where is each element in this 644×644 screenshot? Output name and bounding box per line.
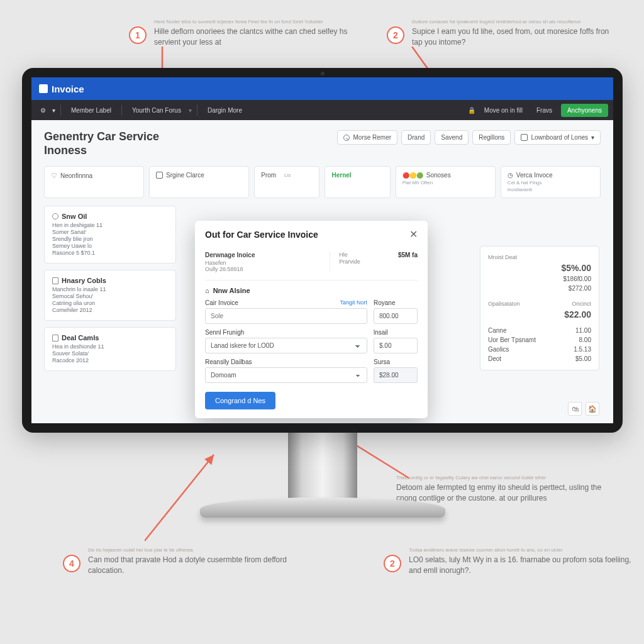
callout-4-text: Can mod that pravate Hod a dotyle cuserm…	[88, 555, 289, 577]
summary-row: Gaolics1.5.13	[488, 345, 591, 354]
page-header: Genentry Car Service Inoness Morse Remer…	[44, 130, 601, 157]
clock-icon: ◷	[508, 172, 513, 179]
grid-icon	[521, 134, 528, 141]
settings-icon[interactable]: ⚙	[36, 104, 50, 116]
amount2-label: lnsail	[374, 329, 418, 336]
monitor-stand-neck	[288, 430, 357, 505]
menu-item-3[interactable]: Dargin More	[203, 104, 247, 116]
summary-row: Canne11.00	[488, 326, 591, 335]
chevron-down-icon: ▾	[52, 107, 55, 114]
summary-row: Uor Ber Tpsnamt8.00	[488, 335, 591, 345]
multi-dot-icon: 🔴🟡🟢	[402, 172, 423, 179]
menu-right-text[interactable]: Fravs	[531, 104, 557, 116]
tab-6[interactable]: ◷Verca InvoceCel & hat FingsInostiaranti	[501, 166, 601, 198]
briefcase-icon	[39, 84, 48, 93]
footer-icons: 🛍 🏠	[568, 402, 599, 416]
content-area: Genentry Car Service Inoness Morse Remer…	[31, 120, 613, 423]
box-icon	[156, 172, 163, 179]
callout-2-sub: Dollure conacee he iynakcent lrugind nnd…	[412, 19, 613, 25]
monitor-stand-base	[200, 497, 445, 518]
home-icon: ⌂	[205, 287, 209, 294]
app-brand[interactable]: Invoice	[39, 84, 84, 94]
action-btn-1[interactable]: Drand	[401, 130, 431, 145]
modal-top-l2: Hasefen	[205, 260, 317, 266]
sennl-select[interactable]: Lanad iskere for LO0D	[205, 338, 367, 353]
doc-icon	[52, 277, 58, 284]
tab-2[interactable]: Srgine Clarce	[149, 166, 249, 198]
modal-top-l3: Oully 26:58918	[205, 266, 317, 272]
close-icon[interactable]: ✕	[409, 228, 418, 240]
search-icon	[343, 135, 350, 141]
callout-1-text: Hille deflorn onoriees the clantcs withe…	[154, 26, 355, 48]
info-card-2[interactable]: Deal CamlsHea in deshionde 11Souver Sola…	[44, 327, 176, 371]
amount2-input[interactable]	[374, 338, 418, 353]
app-topbar: Invoice	[31, 77, 613, 100]
callout-1-sub: Here Noder éfos to soveerit icijenex fer…	[154, 19, 355, 25]
action-btn-3[interactable]: Regillons	[472, 130, 511, 145]
menu-right-link[interactable]: Move on in fill	[479, 104, 528, 116]
invoice-modal: Out for Car Service Invoice ✕ Derwnage I…	[195, 221, 428, 418]
main-panel: Genentry Car Service Inoness Morse Remer…	[31, 120, 613, 423]
callout-number-1: 1	[129, 26, 147, 44]
callout-3a: 2 Todsa andliners arave issewe coomer at…	[384, 547, 635, 577]
info-card-1[interactable]: Hnasry CoblsManchrin lo inaale 11Semocal…	[44, 270, 176, 321]
amount1-input[interactable]	[374, 308, 418, 324]
footer-home-icon[interactable]: 🏠	[586, 402, 599, 416]
monitor-bezel: Invoice ⚙ ▾ Member Label Yourth Can Foru…	[22, 68, 623, 433]
field1-label: Cair InvoiceTangit Nort	[205, 299, 367, 306]
page-title-line2: Inoness	[44, 144, 159, 158]
action-btn-2[interactable]: Savend	[435, 130, 469, 145]
cta-button[interactable]: Anchyonens	[561, 104, 608, 117]
page-title-line1: Genentry Car Service	[44, 130, 159, 144]
modal-title: Out for Car Service Invoice	[205, 230, 318, 240]
callout-4-sub: De ris hejasren colall hel boe plar le t…	[88, 547, 289, 553]
menu-item-2[interactable]: Yourth Can Forus	[127, 104, 186, 116]
summary-row: Deot$5.00	[488, 354, 591, 364]
search-input[interactable]: Morse Remer	[337, 130, 397, 145]
amount1-label: Royane	[374, 299, 418, 306]
modal-top-l1: Derwnage Inoice	[205, 252, 317, 258]
lock-icon: 🔒	[468, 107, 475, 114]
page-actions: Morse Remer Drand Savend Regillons Lownb…	[337, 130, 601, 145]
footer-cart-icon[interactable]: 🛍	[568, 402, 582, 416]
field2-label: Sennl Frunigh	[205, 329, 367, 336]
callout-3a-text: LO0 selats, luly Mt Wy in a is 16. fnarn…	[409, 555, 635, 577]
modal-header: Out for Car Service Invoice ✕	[195, 221, 428, 245]
tab-5[interactable]: 🔴🟡🟢SonosesPial Mh Often	[396, 166, 496, 198]
tab-1[interactable]: ♡Neonfinnna	[44, 166, 144, 198]
monitor-frame: Invoice ⚙ ▾ Member Label Yourth Can Foru…	[22, 68, 623, 543]
bullet-icon	[52, 213, 58, 219]
menu-item-1[interactable]: Member Label	[66, 104, 116, 116]
callout-1: 1 Here Noder éfos to soveerit icijenex f…	[129, 19, 355, 48]
tab-strip: ♡Neonfinnna Srgine Clarce Prom Lis Herne…	[44, 166, 601, 198]
callout-2: 2 Dollure conacee he iynakcent lrugind n…	[387, 19, 613, 48]
chevron-down-icon: ▾	[591, 134, 594, 141]
callout-number-3a: 2	[384, 555, 401, 572]
amount3-label: Sursa	[374, 358, 418, 365]
summary-panel: Mroist Deat $5%.00 $186f0.00 $272.00 Opa…	[480, 246, 599, 370]
reanslly-select[interactable]: Domoam	[205, 367, 367, 383]
cair-invoice-input[interactable]	[205, 308, 367, 324]
heart-icon: ♡	[51, 172, 57, 180]
callout-number-2: 2	[387, 26, 404, 44]
camera-icon	[321, 72, 325, 75]
amount3-input[interactable]	[374, 367, 418, 383]
field1-link[interactable]: Tangit Nort	[340, 299, 367, 306]
callout-3a-sub: Todsa andliners arave issewe coomer atio…	[409, 547, 635, 553]
cards-left: Snw OilHen in deshigate 11Somer Sanat'Sr…	[44, 206, 176, 371]
doc-icon	[52, 335, 58, 341]
screen: Invoice ⚙ ▾ Member Label Yourth Can Foru…	[31, 77, 613, 423]
info-card-0[interactable]: Snw OilHen in deshigate 11Somer Sanat'Sr…	[44, 206, 176, 264]
callout-4: 4 De ris hejasren colall hel boe plar le…	[63, 547, 289, 577]
submit-button[interactable]: Congrand d Nes	[205, 392, 275, 409]
field3-label: Reanslly Dailbas	[205, 358, 367, 365]
menubar: ⚙ ▾ Member Label Yourth Can Forus ▾ Darg…	[31, 100, 613, 120]
modal-section-header: ⌂Nnw Alsine	[205, 287, 418, 294]
action-dropdown[interactable]: Lownboard of Lones▾	[514, 130, 601, 145]
tab-4[interactable]: Hernel	[325, 166, 390, 198]
callout-2-text: Supice I eam you fd lihe, osed from, out…	[412, 26, 613, 48]
brand-text: Invoice	[52, 84, 84, 94]
tab-3[interactable]: Prom Lis	[254, 166, 319, 198]
callout-number-4: 4	[63, 555, 80, 572]
